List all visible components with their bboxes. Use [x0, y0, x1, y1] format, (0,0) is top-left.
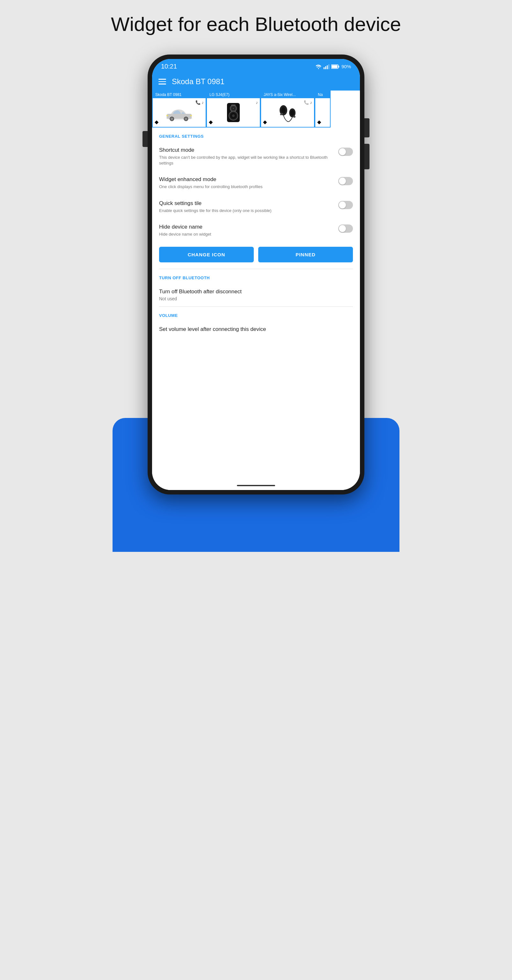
- device-tab-na-body: ◆: [315, 98, 330, 127]
- phone-frame: 10:21: [148, 54, 364, 495]
- widget-enhanced-toggle[interactable]: [338, 177, 353, 185]
- hamburger-menu-icon[interactable]: [159, 79, 166, 84]
- content-area: GENERAL SETTINGS Shortcut mode This devi…: [152, 127, 360, 482]
- turn-off-bt-sub: Not used: [159, 296, 353, 301]
- quick-settings-tile-item: Quick settings tile Enable quick setting…: [152, 195, 360, 219]
- battery-percent: 90%: [342, 64, 351, 69]
- turn-off-bluetooth-header: TURN OFF BLUETOOTH: [152, 269, 360, 283]
- home-indicator: [152, 482, 360, 490]
- home-bar: [237, 485, 275, 486]
- volume-title: Set volume level after connecting this d…: [159, 326, 353, 332]
- shortcut-mode-text: Shortcut mode This device can't be contr…: [159, 147, 335, 166]
- shortcut-mode-toggle[interactable]: [338, 148, 353, 156]
- svg-rect-3: [328, 64, 329, 69]
- svg-point-24: [281, 107, 286, 113]
- svg-rect-5: [338, 66, 339, 68]
- turn-off-bt-title: Turn off Bluetooth after disconnect: [159, 288, 353, 295]
- svg-rect-0: [324, 67, 324, 69]
- shortcut-mode-desc: This device can't be controlled by the a…: [159, 154, 335, 166]
- app-bar-title: Skoda BT 0981: [172, 77, 224, 86]
- car-image: [163, 102, 195, 123]
- turn-off-bt-item: Turn off Bluetooth after disconnect Not …: [152, 283, 360, 306]
- widget-enhanced-mode-item: Widget enhanced mode One click displays …: [152, 171, 360, 195]
- phone-screen: 10:21: [152, 59, 360, 490]
- widget-enhanced-desc: One click displays menu for controlling …: [159, 184, 335, 190]
- widget-enhanced-text: Widget enhanced mode One click displays …: [159, 176, 335, 190]
- status-time: 10:21: [161, 63, 177, 70]
- hide-device-name-item: Hide device name Hide device name on wid…: [152, 219, 360, 242]
- change-icon-button[interactable]: CHANGE ICON: [159, 247, 254, 262]
- device-tab-na[interactable]: Na ◆: [315, 91, 331, 127]
- app-bar: Skoda BT 0981: [152, 73, 360, 91]
- battery-icon: [331, 64, 340, 69]
- jays-phone-icon: 📞: [304, 100, 309, 105]
- device-tab-lg[interactable]: LG SJ4(E7) ♪: [206, 91, 261, 127]
- quick-settings-toggle[interactable]: [338, 201, 353, 209]
- svg-point-26: [291, 110, 294, 116]
- volume-item: Set volume level after connecting this d…: [152, 321, 360, 332]
- quick-settings-title: Quick settings tile: [159, 200, 335, 207]
- page-title: Widget for each Bluetooth device: [111, 13, 401, 35]
- device-tab-skoda-label: Skoda BT 0981: [153, 91, 206, 98]
- general-settings-header: GENERAL SETTINGS: [152, 127, 360, 142]
- shortcut-mode-item: Shortcut mode This device can't be contr…: [152, 142, 360, 171]
- pinned-button[interactable]: PINNED: [258, 247, 353, 262]
- device-tab-skoda-body: 📞 ♪: [153, 98, 206, 127]
- device-tab-skoda[interactable]: Skoda BT 0981 📞 ♪: [152, 91, 206, 127]
- hide-device-name-text: Hide device name Hide device name on wid…: [159, 224, 335, 237]
- device-tab-lg-body: ♪ ◆: [207, 98, 260, 127]
- svg-rect-13: [190, 115, 192, 116]
- jays-music-icon: ♪: [310, 100, 312, 105]
- speaker-image: [222, 101, 245, 124]
- quick-settings-text: Quick settings tile Enable quick setting…: [159, 200, 335, 213]
- widget-enhanced-title: Widget enhanced mode: [159, 176, 335, 183]
- jays-bt-icons: 📞 ♪: [304, 100, 312, 105]
- svg-point-21: [232, 115, 235, 117]
- svg-point-18: [233, 108, 234, 109]
- hide-device-name-toggle[interactable]: [338, 224, 353, 233]
- status-icons: 90%: [315, 64, 351, 69]
- svg-rect-1: [325, 66, 326, 69]
- quick-settings-desc: Enable quick settings tile for this devi…: [159, 208, 335, 213]
- action-buttons-row: CHANGE ICON PINNED: [152, 242, 360, 269]
- music-icon: ♪: [202, 100, 204, 105]
- hide-device-name-title: Hide device name: [159, 224, 335, 230]
- device-tab-lg-label: LG SJ4(E7): [207, 91, 260, 98]
- hide-device-name-desc: Hide device name on widget: [159, 231, 335, 237]
- lg-music-icon: ♪: [256, 100, 258, 105]
- svg-rect-14: [166, 115, 169, 116]
- na-pin-icon: ◆: [317, 119, 321, 125]
- power-button: [364, 118, 369, 137]
- shortcut-mode-title: Shortcut mode: [159, 147, 335, 153]
- svg-point-10: [170, 117, 173, 120]
- volume-button: [364, 144, 369, 169]
- phone-wrapper: 10:21: [132, 54, 380, 552]
- jays-pin-icon: ◆: [263, 119, 267, 125]
- earbuds-image: [277, 101, 299, 125]
- svg-rect-6: [332, 65, 337, 68]
- skoda-pin-icon: ◆: [154, 119, 159, 125]
- left-button: [143, 131, 148, 147]
- svg-point-12: [184, 117, 188, 120]
- lg-pin-icon: ◆: [209, 119, 213, 125]
- volume-header: VOLUME: [152, 307, 360, 321]
- signal-icon: [324, 64, 329, 69]
- svg-rect-22: [231, 105, 235, 106]
- device-tabs: Skoda BT 0981 📞 ♪: [152, 91, 360, 127]
- device-tab-jays-label: JAYS a-Six Wirel...: [261, 91, 314, 98]
- device-tab-jays-body: 📞 ♪: [261, 98, 314, 127]
- lg-bt-icons: ♪: [256, 100, 258, 105]
- skoda-bt-icons: 📞 ♪: [196, 100, 204, 105]
- device-tab-na-label: Na: [315, 91, 330, 98]
- device-tab-jays[interactable]: JAYS a-Six Wirel... 📞 ♪: [261, 91, 315, 127]
- wifi-icon: [315, 64, 322, 69]
- status-bar: 10:21: [152, 59, 360, 73]
- svg-rect-2: [327, 65, 328, 69]
- phone-icon: 📞: [196, 100, 200, 105]
